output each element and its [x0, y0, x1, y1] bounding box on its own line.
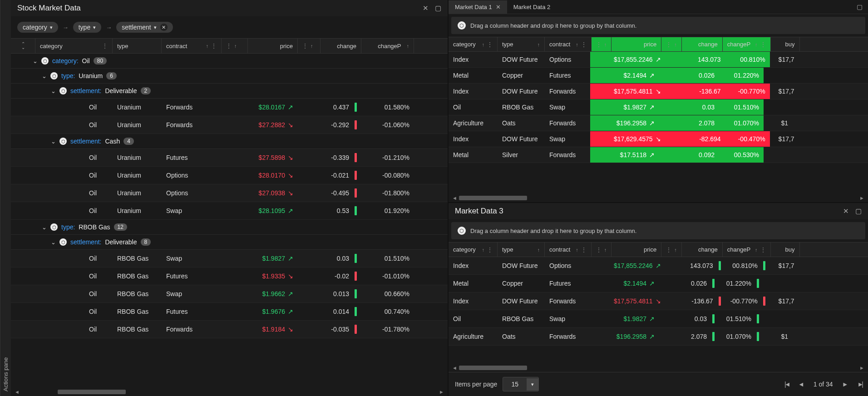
col-buy[interactable]: buy — [771, 37, 800, 51]
table-row[interactable]: Agriculture Oats Forwards $196.2958 2.07… — [449, 328, 868, 346]
scrollbar-thumb[interactable] — [459, 366, 527, 370]
horizontal-scrollbar[interactable]: ◄ ► — [449, 194, 868, 202]
unpin-icon[interactable]: ✕ — [843, 207, 849, 215]
table-row[interactable]: Oil Uranium Options $28.0170 -0.021 -00.… — [11, 167, 448, 184]
table-row[interactable]: Metal Copper Futures $2.1494 0.026 01.22… — [449, 68, 868, 84]
col-changep[interactable]: changeP↑⋮ — [723, 243, 771, 257]
sort-icon[interactable]: ↑ — [604, 247, 607, 252]
scroll-right-icon[interactable]: ► — [858, 195, 866, 201]
column-menu-icon[interactable]: ⋮ — [487, 41, 493, 48]
column-menu-icon[interactable]: ⋮ — [102, 43, 108, 49]
col-type[interactable]: type↑ — [498, 243, 545, 257]
pager-next-icon[interactable]: ► — [842, 381, 848, 388]
col-blank[interactable]: ⋮↑ — [222, 39, 248, 53]
group-row[interactable]: ⌄ ⬡ settlement: Deliverable 8 — [11, 235, 448, 250]
col-contract[interactable]: contract↑⋮ — [545, 37, 592, 51]
col-type[interactable]: type↑ — [498, 37, 545, 51]
col-changep[interactable]: changeP↑⋮ — [723, 37, 771, 51]
sort-icon[interactable]: ↑ — [576, 247, 578, 252]
sort-icon[interactable]: ↑ — [576, 42, 578, 47]
col-price[interactable]: price — [612, 37, 661, 51]
col-change[interactable]: change — [682, 37, 723, 51]
col-category[interactable]: category↑⋮ — [449, 37, 498, 51]
table-row[interactable]: Index DOW Future Swap $17,629.4575 -82.6… — [449, 131, 868, 147]
column-menu-icon[interactable]: ⋮ — [760, 41, 766, 48]
scroll-left-icon[interactable]: ◄ — [450, 195, 459, 201]
sort-icon[interactable]: ↑ — [407, 43, 409, 49]
group-pill-type[interactable]: type▾ — [73, 22, 101, 33]
table-row[interactable]: Index DOW Future Forwards $17,575.4811 -… — [449, 292, 868, 310]
close-tab-icon[interactable]: ✕ — [496, 4, 501, 10]
sort-icon[interactable]: ↑ — [755, 247, 758, 252]
pager-page-size[interactable]: 15 ▾ — [503, 377, 539, 391]
scroll-left-icon[interactable]: ◄ — [13, 389, 21, 395]
collapse-all-toggle[interactable]: ⌃⌄ — [11, 39, 35, 53]
maximize-icon[interactable]: ▢ — [435, 4, 441, 12]
sort-icon[interactable]: ↑ — [674, 42, 677, 47]
col-change[interactable]: change — [682, 243, 723, 257]
sort-icon[interactable]: ↑ — [755, 42, 758, 47]
pager-first-icon[interactable]: |◄ — [784, 381, 789, 388]
col-blank2[interactable]: ⋮↑ — [661, 37, 682, 51]
scrollbar-thumb[interactable] — [459, 196, 527, 200]
scroll-left-icon[interactable]: ◄ — [450, 365, 459, 371]
col-price[interactable]: price — [248, 39, 298, 53]
sort-icon[interactable]: ↑ — [538, 42, 540, 47]
sort-icon[interactable]: ↑ — [538, 247, 540, 252]
col-type[interactable]: type — [113, 39, 162, 53]
unpin-icon[interactable]: ✕ — [423, 4, 429, 12]
table-row[interactable]: Oil RBOB Gas Swap $1.9827 0.03 01.510% — [449, 99, 868, 115]
table-row[interactable]: Agriculture Oats Forwards $196.2958 2.07… — [449, 115, 868, 131]
col-blank2[interactable]: ⋮↑ — [298, 39, 321, 53]
group-row[interactable]: ⌄ ⬡ settlement: Deliverable 2 — [11, 84, 448, 99]
col-category[interactable]: category⋮ — [35, 39, 113, 53]
sort-icon[interactable]: ↑ — [482, 247, 485, 252]
col-contract[interactable]: contract↑⋮ — [545, 243, 592, 257]
scroll-right-icon[interactable]: ► — [858, 365, 866, 371]
table-row[interactable]: Oil RBOB Gas Futures $1.9335 -0.02 -01.0… — [11, 267, 448, 285]
tab-market-data-2[interactable]: Market Data 2 — [507, 0, 557, 14]
scroll-right-icon[interactable]: ► — [437, 389, 446, 395]
col-category[interactable]: category↑⋮ — [449, 243, 498, 257]
table-row[interactable]: Oil RBOB Gas Swap $1.9827 0.03 01.510% — [11, 250, 448, 267]
group-row[interactable]: ⌄ ⬡ type: RBOB Gas 12 — [11, 220, 448, 235]
table-row[interactable]: Oil Uranium Options $27.0938 -0.495 -01.… — [11, 184, 448, 202]
table-row[interactable]: Oil Uranium Forwards $27.2882 -0.292 -01… — [11, 116, 448, 134]
group-row[interactable]: ⌄ ⬡ category: Oil 80 — [11, 54, 448, 69]
grid-body-md3[interactable]: Index DOW Future Options $17,855.2246 14… — [449, 257, 868, 364]
table-row[interactable]: Oil RBOB Gas Swap $1.9827 0.03 01.510% — [449, 310, 868, 328]
tab-market-data-1[interactable]: Market Data 1✕ — [449, 0, 507, 14]
sort-icon[interactable]: ↑ — [604, 42, 607, 47]
horizontal-scrollbar[interactable]: ◄ ► — [449, 364, 868, 372]
column-menu-icon[interactable]: ⋮ — [760, 247, 766, 253]
remove-group-icon[interactable]: ✕ — [160, 24, 168, 31]
column-menu-icon[interactable]: ⋮ — [487, 247, 493, 253]
table-row[interactable]: Metal Silver Forwards $17.5118 0.092 00.… — [449, 147, 868, 163]
group-drop-hint[interactable]: ⬡ Drag a column header and drop it here … — [451, 222, 865, 239]
col-changep[interactable]: changeP↑ — [361, 39, 414, 53]
table-row[interactable]: Index DOW Future Forwards $17,575.4811 -… — [449, 84, 868, 99]
actions-pane[interactable]: Actions pane — [0, 0, 11, 396]
table-row[interactable]: Oil Uranium Futures $27.5898 -0.339 -01.… — [11, 149, 448, 167]
col-price[interactable]: price — [612, 243, 661, 257]
group-drop-hint[interactable]: ⬡ Drag a column header and drop it here … — [451, 17, 865, 34]
maximize-icon[interactable]: ▢ — [851, 0, 868, 14]
table-row[interactable]: Index DOW Future Options $17,855.2246 14… — [449, 257, 868, 275]
sort-icon[interactable]: ↑ — [674, 247, 677, 252]
col-blank[interactable]: ⋮↑ — [592, 243, 612, 257]
grid-body-right-upper[interactable]: Index DOW Future Options $17,855.2246 14… — [449, 52, 868, 194]
table-row[interactable]: Oil Uranium Forwards $28.0167 0.437 01.5… — [11, 99, 448, 116]
column-menu-icon[interactable]: ⋮ — [211, 43, 217, 49]
table-row[interactable]: Oil RBOB Gas Futures $1.9676 0.014 00.74… — [11, 303, 448, 321]
scrollbar-thumb[interactable] — [58, 390, 126, 394]
pager-prev-icon[interactable]: ◄ — [798, 381, 804, 388]
column-menu-icon[interactable]: ⋮ — [596, 41, 602, 48]
chevron-down-icon[interactable]: ▾ — [527, 378, 538, 391]
table-row[interactable]: Oil RBOB Gas Forwards $1.9184 -0.035 -01… — [11, 321, 448, 338]
column-menu-icon[interactable]: ⋮ — [581, 41, 587, 48]
maximize-icon[interactable]: ▢ — [855, 207, 862, 215]
sort-icon[interactable]: ↑ — [234, 43, 237, 49]
column-menu-icon[interactable]: ⋮ — [302, 43, 308, 49]
column-menu-icon[interactable]: ⋮ — [226, 43, 232, 49]
column-menu-icon[interactable]: ⋮ — [666, 41, 671, 48]
